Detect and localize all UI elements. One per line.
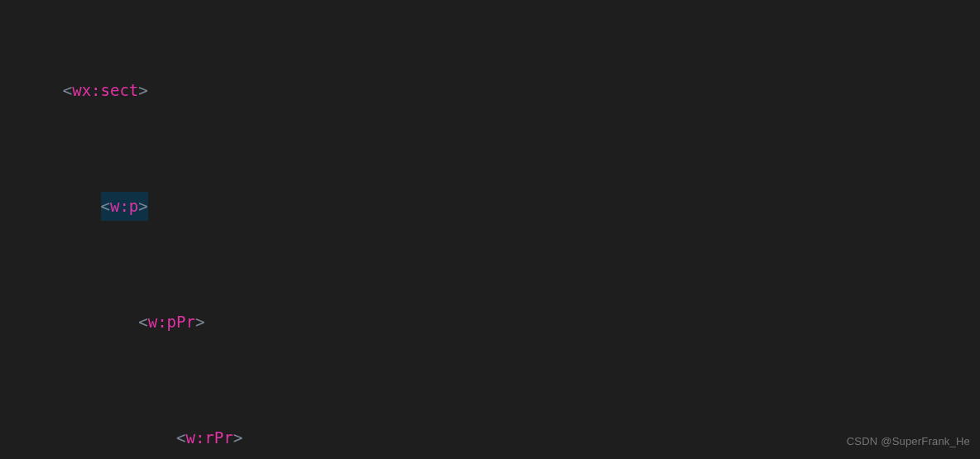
code-editor[interactable]: <wx:sect> <w:p> <w:pPr> <w:rPr> <w:rFont… bbox=[0, 0, 980, 459]
code-line: <wx:sect> bbox=[0, 76, 980, 105]
code-line: <w:rPr> bbox=[0, 423, 980, 452]
code-line: <w:pPr> bbox=[0, 308, 980, 337]
watermark: CSDN @SuperFrank_He bbox=[847, 427, 970, 456]
code-line: <w:p> bbox=[0, 192, 980, 221]
